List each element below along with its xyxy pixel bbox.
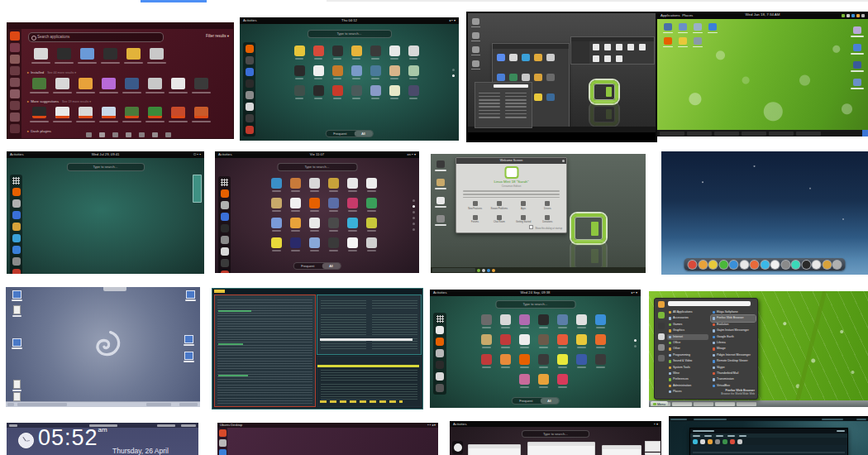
desktop-icon[interactable] bbox=[13, 380, 21, 389]
window-titlebar bbox=[493, 44, 569, 49]
result-thumbnail-deepin-desktop[interactable] bbox=[661, 151, 868, 275]
close-icon[interactable] bbox=[562, 160, 565, 162]
sidebar bbox=[571, 41, 589, 64]
letterbox bbox=[468, 132, 656, 141]
desktop-icon[interactable] bbox=[13, 305, 21, 314]
debian-swirl-logo bbox=[87, 327, 123, 363]
desktop-icon[interactable] bbox=[12, 338, 21, 347]
result-thumbnail-gnome-app-grid-teal[interactable]: Activities Thu 04:12 ◂ ▪ ▾ Type to searc… bbox=[240, 17, 459, 141]
dash-lens-bar bbox=[86, 132, 171, 137]
page-dots bbox=[634, 339, 637, 347]
result-thumbnail-mint-menu-leaf[interactable]: All ApplicationsAccessoriesGamesGraphics… bbox=[649, 291, 868, 407]
desktop-icons bbox=[664, 23, 730, 45]
status-icons: ◂ ▪ ▾ bbox=[631, 290, 637, 296]
activities-button[interactable]: Activities bbox=[453, 421, 467, 427]
activities-button[interactable]: Activities bbox=[10, 151, 24, 158]
section-label: ▸Dash plugins bbox=[27, 129, 51, 133]
menu-categories[interactable]: All ApplicationsAccessoriesGamesGraphics… bbox=[667, 309, 708, 395]
result-thumbnail-mint-green-desktop[interactable]: Applications Places Wed Jan 18, 7:34 AM bbox=[657, 12, 868, 136]
dash-app-row bbox=[34, 48, 164, 60]
dock bbox=[243, 42, 255, 136]
mint-logo bbox=[571, 213, 606, 243]
launcher bbox=[217, 428, 227, 455]
desktop-icon[interactable] bbox=[13, 392, 21, 401]
show-apps-icon[interactable] bbox=[436, 315, 444, 323]
result-thumbnail-gnome-overview-teal[interactable]: Activities Wed Jul 29, 09:41 ⏻ ▪ ▾ Type … bbox=[7, 151, 204, 274]
search-input[interactable]: Type to search… bbox=[495, 300, 575, 309]
activities-button[interactable]: Activities bbox=[433, 290, 447, 296]
result-thumbnail-gnome-app-grid-teal2[interactable]: Activities Wed 24 Sep, 09:38 ◂ ▪ ▾ Type … bbox=[430, 290, 641, 408]
menu-side-icons bbox=[656, 301, 665, 362]
desktop-icon[interactable] bbox=[186, 290, 195, 299]
desktop-icon[interactable] bbox=[184, 335, 193, 343]
search-input[interactable]: Type to search… bbox=[67, 163, 145, 171]
terminal-pane-files bbox=[317, 295, 422, 355]
search-input[interactable]: Type to search… bbox=[308, 30, 392, 38]
window-titlebar: Welcome Screen bbox=[456, 158, 566, 164]
clock-date: Thursday, 26 April bbox=[112, 447, 169, 455]
show-apps-icon[interactable] bbox=[221, 179, 228, 186]
result-thumbnail-kde-dark-desktop[interactable] bbox=[669, 416, 868, 455]
result-thumbnail-mint-dark-desktop[interactable] bbox=[466, 12, 657, 142]
taskbar-window-button[interactable] bbox=[432, 268, 475, 272]
section-label: ▸InstalledSee 44 more results ▾ bbox=[27, 70, 76, 74]
frequent-tab[interactable]: Frequent bbox=[293, 263, 322, 269]
startup-checkbox[interactable]: Show this dialog at startup bbox=[529, 225, 562, 230]
result-thumbnail-unity-dash[interactable]: Search applications Filter results ▾ ▸In… bbox=[7, 22, 234, 139]
workspace-preview[interactable] bbox=[193, 175, 202, 203]
mint-menu: All ApplicationsAccessoriesGamesGraphics… bbox=[654, 298, 758, 400]
panel-menus[interactable]: Applications Places bbox=[661, 12, 693, 19]
clock: Wed Jul 29, 09:41 bbox=[92, 151, 120, 158]
show-apps-icon[interactable] bbox=[12, 177, 20, 184]
dock bbox=[10, 175, 22, 274]
menu-apps[interactable]: Ekiga SoftphoneFirefox Web BrowserEvolut… bbox=[711, 309, 756, 389]
window-thumbnail[interactable] bbox=[468, 444, 521, 455]
content-rows bbox=[693, 448, 845, 455]
result-thumbnail-tiling-terminals[interactable] bbox=[212, 288, 423, 410]
menu-button[interactable]: Menu bbox=[651, 401, 668, 406]
dock bbox=[684, 258, 846, 271]
window-thumbnail[interactable] bbox=[527, 442, 595, 455]
view-switcher[interactable]: Frequent All bbox=[325, 130, 373, 137]
result-thumbnail-ubuntu-desktop[interactable]: Ubuntu Desktop ▪ ▪ ◂ ▾ bbox=[217, 423, 438, 455]
frequent-tab[interactable]: Frequent bbox=[512, 398, 540, 404]
selected-app-info: Firefox Web Browser Browse the World Wid… bbox=[721, 389, 755, 396]
result-thumbnail-lock-screen-clock[interactable]: 05:52am Thursday, 26 April bbox=[7, 423, 198, 455]
menu-search-input[interactable] bbox=[668, 301, 751, 306]
analog-clock-icon bbox=[18, 433, 34, 448]
desktop-icon[interactable] bbox=[184, 352, 193, 360]
status-icons: ◂ ▪ ▾ bbox=[449, 17, 455, 24]
unity-window-bar bbox=[7, 23, 233, 29]
dock bbox=[452, 441, 463, 454]
filter-results-link[interactable]: Filter results ▾ bbox=[206, 34, 229, 38]
activities-button[interactable]: Activities bbox=[218, 151, 232, 158]
result-thumbnail-mint-welcome-screen[interactable]: Welcome Screen Linux Mint 18 "Sarah" Cin… bbox=[431, 154, 646, 273]
file-icons bbox=[593, 44, 651, 62]
status-icons: ⏻ ▪ ▾ bbox=[193, 151, 201, 158]
window-thumbnail[interactable] bbox=[602, 445, 641, 455]
all-tab[interactable]: All bbox=[322, 263, 340, 269]
dock bbox=[218, 176, 231, 273]
app-grid bbox=[286, 44, 427, 103]
terminal-pane-monitor bbox=[317, 356, 422, 407]
panel: Ubuntu Desktop ▪ ▪ ◂ ▾ bbox=[217, 423, 438, 428]
search-input[interactable]: Search applications bbox=[28, 32, 164, 42]
result-thumbnail-gnome-window-overview[interactable]: Activities ▪ ▾ Type to search… bbox=[450, 421, 661, 455]
search-input[interactable]: Type to search… bbox=[277, 163, 357, 171]
all-tab[interactable]: All bbox=[354, 131, 372, 136]
view-switcher[interactable]: Frequent All bbox=[293, 262, 341, 270]
workspace-tag bbox=[214, 290, 225, 293]
activities-button[interactable]: Activities bbox=[243, 17, 257, 24]
menu-column bbox=[479, 90, 500, 120]
desktop-icon[interactable] bbox=[12, 290, 21, 299]
view-switcher[interactable]: Frequent All bbox=[511, 397, 559, 405]
result-thumbnail-gnome-app-grid-purple[interactable]: Activities Vie 11:07 en ▪ ▾ Type to sear… bbox=[215, 151, 419, 273]
status-icons: ▪ ▾ bbox=[654, 421, 658, 427]
result-thumbnail-debian-desktop[interactable] bbox=[6, 287, 200, 407]
all-tab[interactable]: All bbox=[540, 398, 558, 404]
search-input[interactable]: Type to search… bbox=[522, 430, 589, 438]
mint-logo bbox=[590, 80, 618, 103]
frequent-tab[interactable]: Frequent bbox=[326, 131, 354, 136]
clock: Thu 04:12 bbox=[341, 17, 357, 24]
desktop-icons bbox=[436, 160, 445, 223]
